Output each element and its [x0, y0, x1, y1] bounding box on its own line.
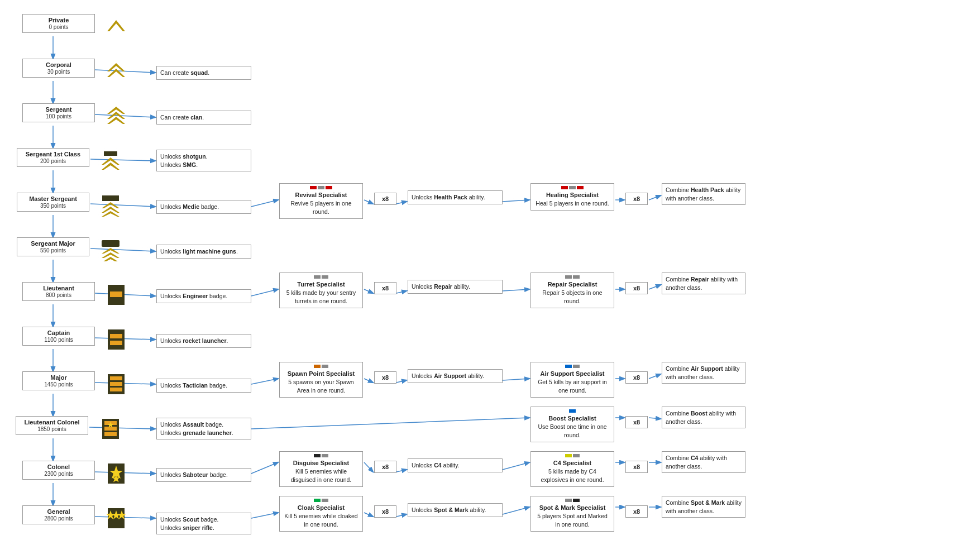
svg-marker-0 [107, 20, 125, 31]
specialist-repair_spec: Repair SpecialistRepair 5 objects in one… [530, 273, 614, 308]
specialist-desc: Use Boost one time in one round. [538, 423, 606, 438]
rank-name: Lieutenant [43, 285, 74, 291]
multiplier-mult10: x8 [374, 505, 396, 518]
rank-points: 100 points [46, 113, 71, 120]
unlock-colonel_unlock: Unlocks Saboteur badge. [156, 468, 251, 482]
specialist-badge [534, 186, 610, 189]
specialist-title: Revival Specialist [295, 192, 347, 198]
specialist-cloak_spec: Cloak SpecialistKill 5 enemies while clo… [279, 496, 363, 532]
insignia-sgt_major [98, 237, 123, 262]
svg-rect-19 [108, 329, 125, 350]
svg-rect-20 [110, 334, 122, 338]
specialist-revival_spec: Revival SpecialistRevive 5 players in on… [279, 183, 363, 219]
specialist-desc: 5 spawns on your Spawn Area in one round… [288, 379, 353, 394]
rank-name: Sergeant 1st Class [26, 151, 80, 157]
rank-name: Master Sergeant [29, 195, 77, 202]
rank-points: 0 points [49, 24, 68, 30]
specialist-badge [283, 499, 359, 502]
rank-tree: Private0 pointsCorporal30 pointsSergeant… [6, 6, 974, 540]
rank-box-major: Major1450 points [22, 371, 95, 390]
specialist-turret_spec: Turret Specialist5 kills made by your se… [279, 273, 363, 308]
unlock-sgt1c_unlock: Unlocks shotgun.Unlocks SMG. [156, 150, 251, 171]
svg-rect-6 [104, 151, 117, 156]
combine-combine_air: Combine Air Support ability with another… [662, 362, 745, 384]
unlock-lt_col_unlock: Unlocks Assault badge.Unlocks grenade la… [156, 418, 251, 439]
rank-points: 2300 points [44, 471, 73, 477]
rank-box-sergeant: Sergeant100 points [22, 103, 95, 122]
specialist-desc: 5 kills made by your sentry turrets in o… [286, 289, 356, 304]
svg-rect-25 [110, 388, 122, 391]
specialist-desc: 5 players Spot and Marked in one round. [537, 513, 608, 528]
svg-rect-29 [104, 432, 117, 436]
specialist-title: C4 Specialist [553, 460, 591, 466]
specialist-desc: Heal 5 players in one round. [536, 200, 609, 207]
insignia-major [103, 371, 128, 396]
insignia-sergeant [103, 103, 128, 128]
specialist-badge [534, 454, 610, 457]
rank-box-lt_colonel: Lieutenant Colonel1850 points [16, 416, 88, 435]
svg-rect-21 [110, 341, 122, 345]
unlock-sergeant_unlock: Can create clan. [156, 111, 251, 125]
specialist-title: Cloak Specialist [298, 504, 345, 511]
rank-box-sergeant1c: Sergeant 1st Class200 points [17, 148, 89, 167]
specialist-spot_mark_spec: Spot & Mark Specialist5 players Spot and… [530, 496, 614, 532]
specialist-disguise_spec: Disguise SpecialistKill 5 enemies while … [279, 451, 363, 487]
specialist-badge [534, 409, 610, 413]
multiplier-mult8: x8 [374, 461, 396, 473]
multiplier-mult3: x8 [374, 282, 396, 294]
rank-name: Captain [47, 329, 70, 336]
unlock-general_unlock: Unlocks Scout badge.Unlocks sniper rifle… [156, 513, 251, 534]
rank-box-corporal: Corporal30 points [22, 59, 95, 78]
rank-box-master_sgt: Master Sergeant350 points [17, 193, 89, 212]
rank-points: 1850 points [37, 426, 66, 432]
specialist-title: Disguise Specialist [293, 460, 349, 466]
specialist-badge [283, 365, 359, 368]
rank-box-lieutenant: Lieutenant800 points [22, 282, 95, 301]
svg-rect-9 [102, 195, 119, 201]
combine-combine_boost: Combine Boost ability with another class… [662, 407, 745, 428]
combine-combine_c4: Combine C4 ability with another class. [662, 451, 745, 473]
specialist-badge [534, 499, 610, 502]
specialist-badge [534, 365, 610, 368]
multiplier-mult11: x8 [625, 505, 648, 518]
specialist-desc: Kill 5 enemies while cloaked in one roun… [284, 513, 357, 528]
combine-combine_repair: Combine Repair ability with another clas… [662, 273, 745, 294]
multiplier-mult7: x8 [625, 416, 648, 428]
rank-name: Private [49, 17, 69, 23]
specialist-title: Repair Specialist [548, 281, 597, 288]
rank-points: 1450 points [44, 381, 73, 388]
specialist-title: Spot & Mark Specialist [539, 504, 606, 511]
specialist-desc: Get 5 kills by air support in one round. [538, 379, 607, 394]
specialist-healing_spec: Healing SpecialistHeal 5 players in one … [530, 183, 614, 211]
rank-name: Lieutenant Colonel [25, 419, 80, 426]
rank-points: 30 points [47, 69, 70, 75]
specialist-badge [283, 186, 359, 189]
rank-points: 350 points [40, 203, 66, 209]
specialist-boost_spec: Boost SpecialistUse Boost one time in on… [530, 407, 614, 442]
unlock-major_unlock: Unlocks Tactician badge. [156, 379, 251, 393]
unlock-lt_unlock: Unlocks Engineer badge. [156, 289, 251, 303]
multiplier-mult1: x8 [374, 193, 396, 205]
unlock-corporal_unlock: Can create squad. [156, 66, 251, 80]
svg-rect-28 [104, 427, 117, 431]
svg-rect-13 [102, 240, 119, 247]
specialist-desc: Repair 5 objects in one round. [542, 289, 602, 304]
ability-unlock-health_pack_unlock: Unlocks Health Pack ability. [408, 190, 503, 204]
unlock-captain_unlock: Unlocks rocket launcher. [156, 334, 251, 348]
specialist-title: Air Support Specialist [541, 370, 605, 377]
combine-combine_health: Combine Health Pack ability with another… [662, 183, 745, 205]
multiplier-mult6: x8 [625, 371, 648, 384]
specialist-title: Boost Specialist [548, 415, 596, 422]
insignia-lieutenant [103, 282, 128, 307]
insignia-colonel [103, 461, 128, 486]
insignia-general [103, 505, 128, 531]
rank-points: 200 points [40, 158, 66, 164]
insignia-lt_colonel [98, 416, 123, 441]
rank-points: 2800 points [44, 515, 73, 522]
rank-points: 1100 points [44, 337, 73, 343]
specialist-badge [283, 454, 359, 457]
rank-name: General [47, 508, 70, 515]
rank-name: Major [50, 374, 66, 381]
ability-unlock-repair_unlock: Unlocks Repair ability. [408, 280, 503, 294]
rank-box-private: Private0 points [22, 14, 95, 33]
